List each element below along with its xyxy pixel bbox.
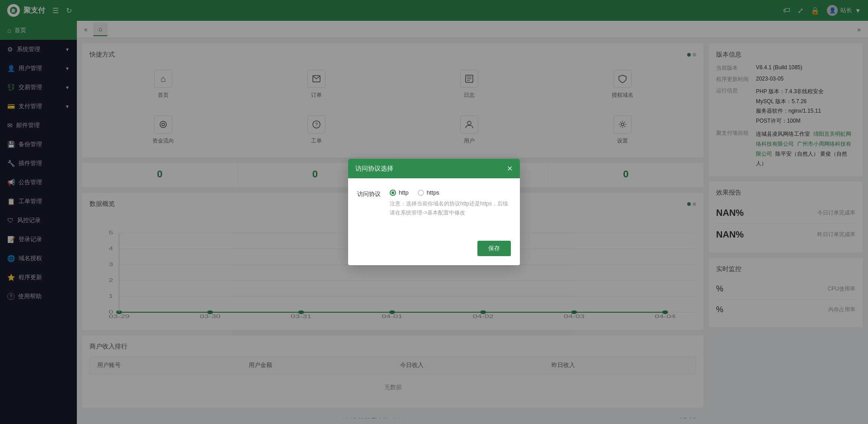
- modal-field-content: http https 注意：选择当前你域名的协议http还是https，后续请在…: [390, 189, 511, 217]
- radio-https-circle: [418, 190, 424, 196]
- modal-overlay[interactable]: 访问协议选择 ✕ 访问协议 http h: [0, 0, 868, 424]
- modal-footer: 保存: [348, 235, 520, 265]
- radio-https-label: https: [427, 189, 439, 196]
- radio-group: http https: [390, 189, 511, 196]
- modal-body: 访问协议 http https 注: [348, 178, 520, 235]
- radio-http-label: http: [399, 189, 409, 196]
- modal-protocol-row: 访问协议 http https 注: [357, 189, 511, 217]
- radio-http-circle: [390, 190, 396, 196]
- radio-https[interactable]: https: [418, 189, 439, 196]
- modal-save-button[interactable]: 保存: [477, 241, 511, 256]
- radio-http-dot: [392, 191, 394, 194]
- modal-close-button[interactable]: ✕: [507, 164, 513, 173]
- modal-note: 注意：选择当前你域名的协议http还是https，后续请在系统管理->基本配置中…: [390, 200, 511, 217]
- modal-header: 访问协议选择 ✕: [348, 159, 520, 178]
- radio-http[interactable]: http: [390, 189, 409, 196]
- modal-field-label: 访问协议: [357, 189, 384, 198]
- modal-title: 访问协议选择: [355, 165, 393, 173]
- modal: 访问协议选择 ✕ 访问协议 http h: [348, 159, 520, 265]
